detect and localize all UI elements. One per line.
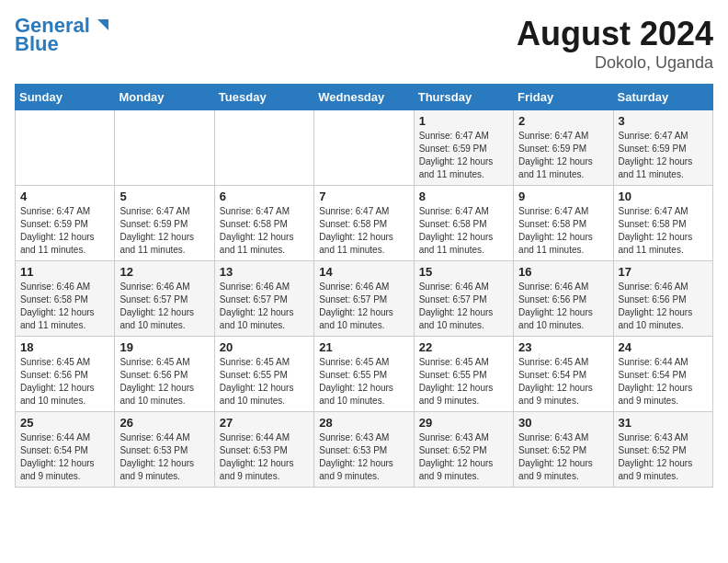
week-row-2: 11Sunrise: 6:46 AM Sunset: 6:58 PM Dayli…: [16, 261, 713, 337]
day-number: 26: [119, 416, 209, 430]
calendar-table: SundayMondayTuesdayWednesdayThursdayFrid…: [15, 84, 713, 488]
day-number: 22: [419, 340, 508, 354]
logo: General Blue: [15, 15, 110, 55]
day-detail: Sunrise: 6:43 AM Sunset: 6:52 PM Dayligh…: [419, 431, 508, 483]
day-cell: 5Sunrise: 6:47 AM Sunset: 6:59 PM Daylig…: [115, 186, 214, 261]
logo-blue-text: Blue: [15, 33, 59, 55]
day-detail: Sunrise: 6:45 AM Sunset: 6:54 PM Dayligh…: [518, 356, 608, 408]
day-number: 30: [518, 416, 608, 430]
day-number: 21: [319, 340, 408, 354]
svg-marker-0: [97, 19, 108, 30]
header-cell-saturday: Saturday: [613, 85, 712, 110]
logo-icon: [90, 16, 110, 36]
header-cell-tuesday: Tuesday: [214, 85, 313, 110]
day-number: 12: [119, 265, 209, 279]
day-cell: 4Sunrise: 6:47 AM Sunset: 6:59 PM Daylig…: [16, 186, 115, 261]
day-number: 24: [619, 340, 708, 354]
day-number: 31: [619, 416, 708, 430]
day-number: 11: [20, 265, 109, 279]
day-number: 18: [20, 340, 109, 354]
day-number: 4: [20, 190, 109, 203]
day-cell: 10Sunrise: 6:47 AM Sunset: 6:58 PM Dayli…: [613, 186, 712, 261]
day-detail: Sunrise: 6:46 AM Sunset: 6:57 PM Dayligh…: [319, 281, 408, 332]
day-detail: Sunrise: 6:45 AM Sunset: 6:55 PM Dayligh…: [319, 356, 408, 408]
day-cell: 3Sunrise: 6:47 AM Sunset: 6:59 PM Daylig…: [613, 110, 712, 186]
day-detail: Sunrise: 6:46 AM Sunset: 6:57 PM Dayligh…: [119, 281, 209, 332]
day-cell: 16Sunrise: 6:46 AM Sunset: 6:56 PM Dayli…: [514, 261, 613, 337]
day-detail: Sunrise: 6:47 AM Sunset: 6:59 PM Dayligh…: [419, 130, 508, 181]
day-detail: Sunrise: 6:46 AM Sunset: 6:58 PM Dayligh…: [20, 281, 109, 332]
day-cell: [115, 110, 214, 186]
week-row-0: 1Sunrise: 6:47 AM Sunset: 6:59 PM Daylig…: [16, 110, 713, 186]
day-number: 7: [319, 190, 408, 203]
day-cell: 29Sunrise: 6:43 AM Sunset: 6:52 PM Dayli…: [414, 412, 513, 488]
day-detail: Sunrise: 6:47 AM Sunset: 6:58 PM Dayligh…: [220, 205, 309, 257]
day-cell: 20Sunrise: 6:45 AM Sunset: 6:55 PM Dayli…: [214, 337, 313, 412]
day-detail: Sunrise: 6:46 AM Sunset: 6:57 PM Dayligh…: [419, 281, 508, 332]
week-row-3: 18Sunrise: 6:45 AM Sunset: 6:56 PM Dayli…: [16, 337, 713, 412]
day-detail: Sunrise: 6:47 AM Sunset: 6:58 PM Dayligh…: [419, 205, 508, 257]
day-number: 2: [518, 114, 608, 128]
day-detail: Sunrise: 6:47 AM Sunset: 6:59 PM Dayligh…: [518, 130, 608, 181]
day-number: 14: [319, 265, 408, 279]
week-row-4: 25Sunrise: 6:44 AM Sunset: 6:54 PM Dayli…: [16, 412, 713, 488]
day-cell: 1Sunrise: 6:47 AM Sunset: 6:59 PM Daylig…: [414, 110, 513, 186]
day-detail: Sunrise: 6:43 AM Sunset: 6:52 PM Dayligh…: [518, 431, 608, 483]
day-cell: 11Sunrise: 6:46 AM Sunset: 6:58 PM Dayli…: [16, 261, 115, 337]
day-detail: Sunrise: 6:47 AM Sunset: 6:58 PM Dayligh…: [518, 205, 608, 257]
day-cell: 22Sunrise: 6:45 AM Sunset: 6:55 PM Dayli…: [414, 337, 513, 412]
day-number: 6: [220, 190, 309, 203]
day-number: 15: [419, 265, 508, 279]
day-number: 9: [518, 190, 608, 203]
day-number: 8: [419, 190, 508, 203]
day-detail: Sunrise: 6:46 AM Sunset: 6:56 PM Dayligh…: [518, 281, 608, 332]
day-cell: 2Sunrise: 6:47 AM Sunset: 6:59 PM Daylig…: [514, 110, 613, 186]
day-detail: Sunrise: 6:46 AM Sunset: 6:56 PM Dayligh…: [619, 281, 708, 332]
day-detail: Sunrise: 6:46 AM Sunset: 6:57 PM Dayligh…: [220, 281, 309, 332]
day-number: 20: [220, 340, 309, 354]
day-number: 27: [220, 416, 309, 430]
week-row-1: 4Sunrise: 6:47 AM Sunset: 6:59 PM Daylig…: [16, 186, 713, 261]
day-number: 10: [619, 190, 708, 203]
day-number: 5: [119, 190, 209, 203]
page-header: General Blue August 2024 Dokolo, Uganda: [15, 15, 713, 73]
day-cell: 26Sunrise: 6:44 AM Sunset: 6:53 PM Dayli…: [115, 412, 214, 488]
header-cell-wednesday: Wednesday: [314, 85, 414, 110]
header-cell-sunday: Sunday: [16, 85, 115, 110]
day-cell: [314, 110, 414, 186]
day-cell: 19Sunrise: 6:45 AM Sunset: 6:56 PM Dayli…: [115, 337, 214, 412]
day-number: 29: [419, 416, 508, 430]
day-detail: Sunrise: 6:47 AM Sunset: 6:58 PM Dayligh…: [619, 205, 708, 257]
day-number: 13: [220, 265, 309, 279]
day-cell: 24Sunrise: 6:44 AM Sunset: 6:54 PM Dayli…: [613, 337, 712, 412]
day-number: 25: [20, 416, 109, 430]
day-detail: Sunrise: 6:47 AM Sunset: 6:58 PM Dayligh…: [319, 205, 408, 257]
day-cell: 31Sunrise: 6:43 AM Sunset: 6:52 PM Dayli…: [613, 412, 712, 488]
day-cell: [214, 110, 313, 186]
day-detail: Sunrise: 6:44 AM Sunset: 6:54 PM Dayligh…: [619, 356, 708, 408]
day-cell: [16, 110, 115, 186]
day-detail: Sunrise: 6:44 AM Sunset: 6:53 PM Dayligh…: [220, 431, 309, 483]
title-block: August 2024 Dokolo, Uganda: [517, 15, 713, 73]
day-detail: Sunrise: 6:45 AM Sunset: 6:56 PM Dayligh…: [119, 356, 209, 408]
calendar-subtitle: Dokolo, Uganda: [517, 53, 713, 73]
calendar-title: August 2024: [517, 15, 713, 53]
day-number: 3: [619, 114, 708, 128]
header-row: SundayMondayTuesdayWednesdayThursdayFrid…: [16, 85, 713, 110]
day-cell: 17Sunrise: 6:46 AM Sunset: 6:56 PM Dayli…: [613, 261, 712, 337]
day-cell: 28Sunrise: 6:43 AM Sunset: 6:53 PM Dayli…: [314, 412, 414, 488]
day-number: 23: [518, 340, 608, 354]
day-detail: Sunrise: 6:45 AM Sunset: 6:56 PM Dayligh…: [20, 356, 109, 408]
day-cell: 27Sunrise: 6:44 AM Sunset: 6:53 PM Dayli…: [214, 412, 313, 488]
day-detail: Sunrise: 6:43 AM Sunset: 6:53 PM Dayligh…: [319, 431, 408, 483]
day-cell: 25Sunrise: 6:44 AM Sunset: 6:54 PM Dayli…: [16, 412, 115, 488]
day-detail: Sunrise: 6:44 AM Sunset: 6:54 PM Dayligh…: [20, 431, 109, 483]
day-number: 19: [119, 340, 209, 354]
header-cell-thursday: Thursday: [414, 85, 513, 110]
header-cell-friday: Friday: [514, 85, 613, 110]
day-detail: Sunrise: 6:45 AM Sunset: 6:55 PM Dayligh…: [220, 356, 309, 408]
day-cell: 8Sunrise: 6:47 AM Sunset: 6:58 PM Daylig…: [414, 186, 513, 261]
day-cell: 6Sunrise: 6:47 AM Sunset: 6:58 PM Daylig…: [214, 186, 313, 261]
header-cell-monday: Monday: [115, 85, 214, 110]
day-detail: Sunrise: 6:47 AM Sunset: 6:59 PM Dayligh…: [20, 205, 109, 257]
